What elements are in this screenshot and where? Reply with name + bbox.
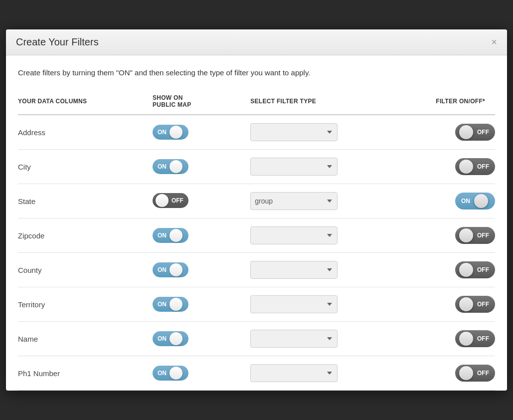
filter-select-cell-1: grouprangetext	[250, 150, 385, 184]
onoff-cell-1: OFF	[385, 150, 495, 184]
filter-select-cell-5: grouprangetext	[250, 287, 385, 322]
filter-select-2[interactable]: grouprangetext	[250, 192, 338, 210]
filter-select-0[interactable]: grouprangetext	[250, 123, 338, 141]
header-data-columns: YOUR DATA COLUMNS	[18, 90, 153, 115]
modal-close-button[interactable]: ×	[491, 37, 497, 47]
filter-select-6[interactable]: grouprangetext	[250, 330, 338, 348]
filter-select-1[interactable]: grouprangetext	[250, 158, 338, 176]
filter-select-3[interactable]: grouprangetext	[250, 226, 338, 244]
table-row: StateOFFgrouprangetextON	[18, 184, 495, 218]
filter-select-cell-7: grouprangetext	[250, 356, 385, 391]
modal-description: Create filters by turning them "ON" and …	[18, 67, 495, 79]
show-toggle-cell-3: ON	[153, 218, 250, 253]
show-toggle-0[interactable]: ON	[153, 125, 188, 140]
table-row: TerritoryONgrouprangetextOFF	[18, 287, 495, 322]
onoff-cell-2: ON	[385, 184, 495, 218]
show-toggle-3[interactable]: ON	[153, 228, 188, 243]
row-name-0: Address	[18, 115, 153, 150]
onoff-toggle-2[interactable]: ON	[455, 193, 495, 210]
filter-select-cell-0: grouprangetext	[250, 115, 385, 150]
show-toggle-cell-7: ON	[153, 356, 250, 391]
row-name-5: Territory	[18, 287, 153, 322]
modal-overlay: Create Your Filters × Create filters by …	[0, 0, 513, 420]
onoff-toggle-6[interactable]: OFF	[455, 330, 495, 347]
show-toggle-cell-4: ON	[153, 253, 250, 287]
onoff-cell-5: OFF	[385, 287, 495, 322]
onoff-cell-3: OFF	[385, 218, 495, 253]
header-filter-onoff: FILTER ON/OFF*	[385, 90, 495, 115]
table-header-row: YOUR DATA COLUMNS SHOW ONPUBLIC MAP SELE…	[18, 90, 495, 115]
row-name-6: Name	[18, 322, 153, 356]
show-toggle-7[interactable]: ON	[153, 366, 188, 381]
modal: Create Your Filters × Create filters by …	[6, 29, 507, 391]
onoff-toggle-5[interactable]: OFF	[455, 296, 495, 313]
table-row: AddressONgrouprangetextOFF	[18, 115, 495, 150]
filter-select-5[interactable]: grouprangetext	[250, 295, 338, 313]
header-select-filter: SELECT FILTER TYPE	[250, 90, 385, 115]
row-name-1: City	[18, 150, 153, 184]
table-row: CityONgrouprangetextOFF	[18, 150, 495, 184]
table-row: ZipcodeONgrouprangetextOFF	[18, 218, 495, 253]
show-toggle-cell-2: OFF	[153, 184, 250, 218]
header-show-on-map: SHOW ONPUBLIC MAP	[153, 90, 250, 115]
show-toggle-6[interactable]: ON	[153, 331, 188, 346]
show-toggle-2[interactable]: OFF	[153, 193, 188, 208]
onoff-toggle-0[interactable]: OFF	[455, 124, 495, 141]
onoff-toggle-3[interactable]: OFF	[455, 227, 495, 244]
onoff-toggle-7[interactable]: OFF	[455, 365, 495, 382]
modal-body: Create filters by turning them "ON" and …	[6, 55, 507, 391]
onoff-cell-6: OFF	[385, 322, 495, 356]
row-name-3: Zipcode	[18, 218, 153, 253]
filter-select-4[interactable]: grouprangetext	[250, 261, 338, 279]
filter-select-cell-4: grouprangetext	[250, 253, 385, 287]
show-toggle-4[interactable]: ON	[153, 262, 188, 277]
row-name-7: Ph1 Number	[18, 356, 153, 391]
onoff-cell-7: OFF	[385, 356, 495, 391]
onoff-cell-0: OFF	[385, 115, 495, 150]
table-row: NameONgrouprangetextOFF	[18, 322, 495, 356]
modal-title: Create Your Filters	[16, 36, 99, 48]
table-row: CountyONgrouprangetextOFF	[18, 253, 495, 287]
show-toggle-cell-0: ON	[153, 115, 250, 150]
onoff-cell-4: OFF	[385, 253, 495, 287]
show-toggle-5[interactable]: ON	[153, 297, 188, 312]
filter-select-cell-6: grouprangetext	[250, 322, 385, 356]
onoff-toggle-4[interactable]: OFF	[455, 261, 495, 278]
filter-select-cell-3: grouprangetext	[250, 218, 385, 253]
filter-table: YOUR DATA COLUMNS SHOW ONPUBLIC MAP SELE…	[18, 90, 495, 391]
filter-select-7[interactable]: grouprangetext	[250, 364, 338, 382]
show-toggle-1[interactable]: ON	[153, 159, 188, 174]
show-toggle-cell-5: ON	[153, 287, 250, 322]
show-toggle-cell-1: ON	[153, 150, 250, 184]
row-name-2: State	[18, 184, 153, 218]
row-name-4: County	[18, 253, 153, 287]
filter-select-cell-2: grouprangetext	[250, 184, 385, 218]
modal-header: Create Your Filters ×	[6, 29, 507, 55]
onoff-toggle-1[interactable]: OFF	[455, 158, 495, 175]
show-toggle-cell-6: ON	[153, 322, 250, 356]
table-row: Ph1 NumberONgrouprangetextOFF	[18, 356, 495, 391]
